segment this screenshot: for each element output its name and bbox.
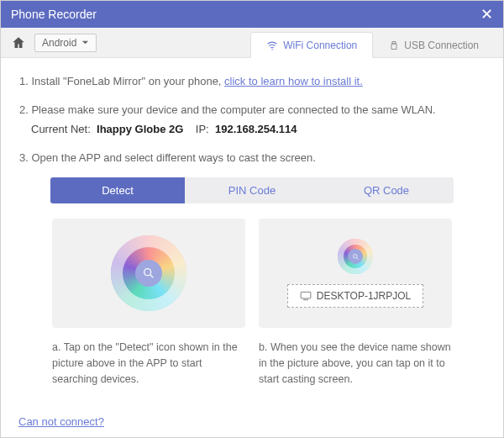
footer: Can not connect? — [18, 415, 104, 428]
detect-icon-small — [338, 239, 373, 274]
device-name-text: DESKTOP-1JRPJOL — [317, 290, 411, 302]
chevron-down-icon — [81, 39, 89, 46]
seg-detect[interactable]: Detect — [50, 177, 185, 203]
magnify-icon — [142, 266, 155, 280]
magnify-icon — [352, 253, 360, 261]
panel-b-caption: b. When you see the device name shown in… — [259, 340, 452, 387]
wifi-icon — [266, 40, 278, 51]
monitor-icon — [300, 291, 312, 301]
close-icon[interactable]: ✕ — [480, 5, 493, 24]
step-1: 1. Install "FoneLab Mirror" on your phon… — [19, 73, 485, 90]
panel-b-image: DESKTOP-1JRPJOL — [259, 219, 452, 328]
network-info: Current Net: Ihappy Globe 2G IP: 192.168… — [31, 121, 485, 138]
home-icon[interactable] — [9, 34, 28, 52]
step-2: 2. Please make sure your device and the … — [19, 102, 485, 138]
step-3: 3. Open the APP and select different way… — [19, 150, 485, 166]
tab-usb[interactable]: USB Connection — [373, 32, 495, 57]
tab-wifi-label: WiFi Connection — [283, 40, 357, 51]
svg-line-2 — [150, 275, 153, 277]
seg-qr[interactable]: QR Code — [319, 177, 454, 203]
instruction-panels: a. Tap on the "Detect" icon shown in the… — [19, 219, 485, 387]
usb-icon — [389, 40, 399, 50]
svg-line-4 — [356, 257, 358, 259]
ip-address: 192.168.254.114 — [215, 123, 297, 135]
connection-tabs: WiFi Connection USB Connection — [250, 32, 495, 57]
svg-point-1 — [144, 269, 151, 276]
panel-b: DESKTOP-1JRPJOL b. When you see the devi… — [259, 219, 452, 387]
detect-icon — [111, 235, 186, 311]
tab-usb-label: USB Connection — [404, 40, 479, 51]
cannot-connect-link[interactable]: Can not connect? — [18, 415, 104, 428]
panel-a: a. Tap on the "Detect" icon shown in the… — [52, 219, 245, 387]
svg-point-0 — [271, 49, 273, 50]
panel-a-caption: a. Tap on the "Detect" icon shown in the… — [52, 340, 245, 387]
platform-dropdown[interactable]: Android — [34, 34, 97, 52]
title-bar: Phone Recorder ✕ — [1, 1, 503, 28]
svg-point-3 — [353, 254, 357, 258]
network-name: Ihappy Globe 2G — [97, 123, 183, 135]
seg-pin[interactable]: PIN Code — [185, 177, 319, 203]
content-area: 1. Install "FoneLab Mirror" on your phon… — [1, 58, 503, 395]
tab-wifi[interactable]: WiFi Connection — [250, 32, 373, 58]
window-title: Phone Recorder — [11, 8, 97, 21]
platform-label: Android — [42, 37, 76, 49]
device-name-box: DESKTOP-1JRPJOL — [287, 284, 423, 308]
toolbar: Android WiFi Connection USB Connection — [1, 28, 503, 58]
svg-rect-5 — [301, 292, 311, 298]
panel-a-image — [52, 219, 245, 328]
install-link[interactable]: click to learn how to install it. — [224, 75, 363, 87]
mode-segmented: Detect PIN Code QR Code — [50, 177, 454, 203]
